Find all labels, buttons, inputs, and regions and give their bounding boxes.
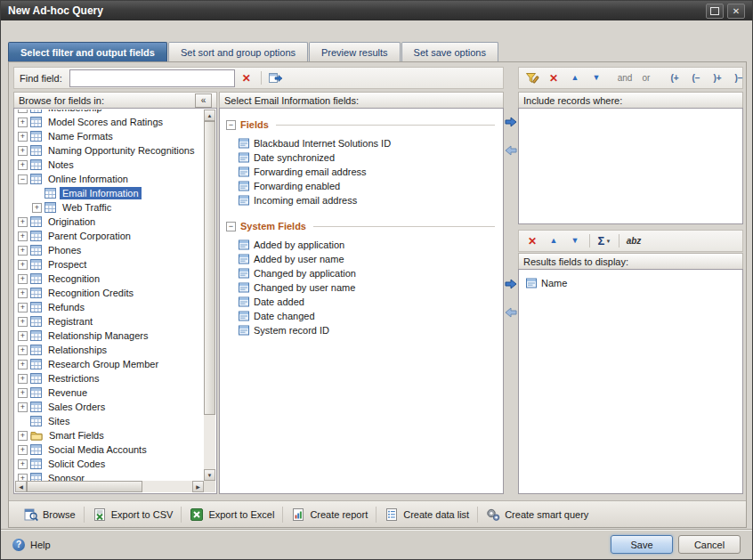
tree-item[interactable]: + Phones [15,243,204,257]
scroll-up-button[interactable]: ▲ [204,110,215,121]
field-item[interactable]: Changed by application [226,266,498,280]
summarize-button[interactable]: Σ ▼ [595,232,614,249]
field-item[interactable]: System record ID [226,323,498,337]
tab-preview-results[interactable]: Preview results [309,42,401,62]
add-output-field-button[interactable] [504,278,518,290]
tree-expander-icon[interactable]: + [18,110,28,113]
tree-item[interactable]: + Notes [15,158,204,172]
tree-expander-icon[interactable]: + [18,331,28,341]
tree-expander-icon[interactable]: + [18,345,28,355]
tree-item[interactable]: + Restrictions [15,371,204,386]
create-smart-query-button[interactable]: Create smart query [478,505,596,524]
edit-filter-button[interactable] [522,69,542,86]
field-item[interactable]: Added by application [226,238,498,252]
field-item[interactable]: Forwarding enabled [226,179,498,193]
export-to-csv-button[interactable]: Export to CSV [85,505,182,524]
tree-expander-icon[interactable]: + [18,317,28,327]
create-data-list-button[interactable]: Create data list [376,505,477,524]
tree-item[interactable]: Sites [15,414,204,428]
tree-expander-icon[interactable]: + [18,246,28,256]
tree-item[interactable]: + Prospect [15,257,204,272]
clear-find-button[interactable]: ✕ [237,69,256,86]
delete-filter-button[interactable]: ✕ [544,69,563,86]
tree-item[interactable]: + Recognition Credits [15,286,204,300]
tab-select-filter-and-output-fields[interactable]: Select filter and output fields [8,42,167,62]
tree-item[interactable]: + Name Formats [15,129,204,143]
tree-expander-icon[interactable]: + [18,217,28,227]
move-output-up-button[interactable]: ▲ [544,232,563,249]
tree-item[interactable]: + Recognition [15,272,204,286]
remove-output-field-button[interactable] [504,306,518,319]
find-button[interactable] [266,69,286,86]
tree-item[interactable]: Email Information [15,186,204,200]
tab-set-sort-and-group-options[interactable]: Set sort and group options [168,42,308,62]
tree-expander-icon[interactable]: + [18,118,28,127]
tree-expander-icon[interactable]: + [18,445,28,455]
tree-item[interactable]: + Research Group Member [15,357,204,371]
scroll-left-button[interactable]: ◀ [15,481,27,492]
cancel-button[interactable]: Cancel [678,535,741,554]
delete-output-button[interactable]: ✕ [522,232,542,249]
tree-item[interactable]: + Sponsor [15,471,204,481]
add-close-paren-button[interactable]: )+ [708,69,727,86]
move-filter-up-button[interactable]: ▲ [565,69,585,86]
field-item[interactable]: Added by user name [226,252,498,266]
group-collapse-icon[interactable]: − [226,120,236,130]
tree-item[interactable]: + Parent Corporation [15,229,204,243]
tree-expander-icon[interactable]: + [18,231,28,241]
tree-horizontal-scrollbar[interactable]: ◀ ▶ [15,481,204,492]
include-records-panel[interactable] [518,108,743,224]
tree-expander-icon[interactable]: + [18,402,28,412]
field-item[interactable]: Forwarding email address [226,165,498,179]
tree-expander-icon[interactable]: + [18,474,28,482]
tree-expander-icon[interactable]: + [18,160,28,170]
move-output-down-button[interactable]: ▼ [565,232,585,249]
vertical-scroll-thumb[interactable] [204,121,215,415]
find-field-input[interactable] [69,69,235,87]
remove-open-paren-button[interactable]: (− [686,69,706,86]
create-report-button[interactable]: Create report [283,505,376,524]
field-item[interactable]: Blackbaud Internet Solutions ID [226,136,498,150]
collapse-panel-button[interactable]: « [195,93,212,108]
tree-expander-icon[interactable]: + [18,459,28,469]
tree-expander-icon[interactable]: + [32,203,42,213]
tree-expander-icon[interactable]: + [18,132,28,142]
help-button[interactable]: ? Help [12,539,605,551]
tree-item[interactable]: + Origination [15,215,204,229]
tree-expander-icon[interactable]: + [18,288,28,298]
add-filter-field-button[interactable] [504,116,518,128]
tree-expander-icon[interactable]: + [18,431,28,441]
add-open-paren-button[interactable]: (+ [665,69,684,86]
field-item[interactable]: Date synchronized [226,150,498,165]
tree-item[interactable]: + Relationship Managers [15,329,204,343]
and-button[interactable]: and [615,69,635,86]
tree-item[interactable]: − Online Information [15,172,204,186]
tree-item[interactable]: + Social Media Accounts [15,442,204,457]
tree-expander-icon[interactable]: − [18,174,28,184]
tree-expander-icon[interactable]: + [18,260,28,270]
tree-vertical-scrollbar[interactable]: ▲ ▼ [204,110,215,481]
or-button[interactable]: or [636,69,656,86]
save-button[interactable]: Save [611,535,673,554]
tree-item[interactable]: + Model Scores and Ratings [15,115,204,129]
scroll-down-button[interactable]: ▼ [204,469,215,481]
tree-item[interactable]: + Smart Fields [15,428,204,442]
tree-expander-icon[interactable]: + [18,388,28,398]
move-filter-down-button[interactable]: ▼ [587,69,606,86]
rename-column-button[interactable]: abz [624,232,644,249]
result-field-item[interactable]: Name [526,276,738,290]
browse-button[interactable]: Browse [16,505,84,524]
remove-close-paren-button[interactable]: )− [729,69,749,86]
tree-expander-icon[interactable]: + [18,303,28,312]
tree-expander-icon[interactable]: + [18,374,28,384]
tree-item[interactable]: + Registrant [15,314,204,329]
field-item[interactable]: Date changed [226,309,498,323]
horizontal-scroll-thumb[interactable] [27,481,142,492]
tree-expander-icon[interactable]: + [18,146,28,156]
close-button[interactable]: ✕ [727,4,745,19]
tree-expander-icon[interactable]: + [18,360,28,369]
tree-item[interactable]: + Sales Orders [15,400,204,414]
tree-item[interactable]: + Refunds [15,300,204,314]
tree-item[interactable]: + Relationships [15,343,204,357]
export-to-excel-button[interactable]: Export to Excel [182,505,282,524]
